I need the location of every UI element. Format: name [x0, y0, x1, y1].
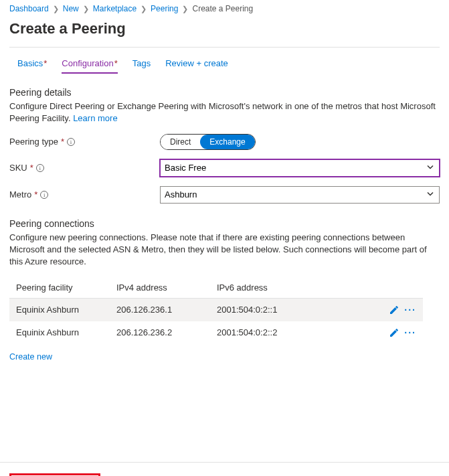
edit-icon[interactable] — [388, 327, 400, 339]
chevron-right-icon: ❯ — [141, 5, 147, 13]
breadcrumb-link[interactable]: New — [63, 4, 79, 13]
field-sku: SKU * i Basic Free — [9, 159, 440, 177]
breadcrumb-link[interactable]: Marketplace — [93, 4, 137, 13]
breadcrumb: Dashboard ❯ New ❯ Marketplace ❯ Peering … — [9, 3, 440, 16]
sku-label: SKU — [9, 163, 27, 173]
chevron-right-icon: ❯ — [182, 5, 188, 13]
more-icon[interactable]: ··· — [404, 328, 416, 337]
cell-ipv4: 206.126.236.1 — [110, 298, 210, 321]
info-icon[interactable]: i — [40, 191, 48, 199]
more-icon[interactable]: ··· — [404, 305, 416, 315]
col-facility: Peering facility — [9, 277, 110, 299]
metro-label: Metro — [9, 189, 31, 200]
required-indicator: * — [43, 58, 47, 68]
info-icon[interactable]: i — [67, 138, 75, 146]
tab-tags[interactable]: Tags — [132, 58, 151, 74]
col-ipv6: IPv6 address — [210, 277, 376, 299]
cell-ipv4: 206.126.236.2 — [110, 321, 210, 344]
breadcrumb-link[interactable]: Dashboard — [9, 4, 49, 13]
chevron-right-icon: ❯ — [53, 5, 59, 13]
cell-ipv6: 2001:504:0:2::2 — [210, 321, 376, 344]
required-indicator: * — [30, 163, 33, 173]
tab-configuration[interactable]: Configuration* — [62, 58, 117, 74]
cell-facility: Equinix Ashburn — [9, 298, 110, 321]
tab-label: Basics — [17, 58, 43, 68]
cell-facility: Equinix Ashburn — [9, 321, 110, 344]
table-row[interactable]: Equinix Ashburn 206.126.236.2 2001:504:0… — [9, 321, 423, 344]
field-metro: Metro * i Ashburn — [9, 186, 440, 204]
table-row[interactable]: Equinix Ashburn 206.126.236.1 2001:504:0… — [9, 298, 423, 321]
tab-review-create[interactable]: Review + create — [165, 58, 228, 74]
page-title: Create a Peering — [9, 20, 440, 37]
connections-table: Peering facility IPv4 address IPv6 addre… — [9, 277, 423, 344]
section-desc-connections: Configure new peering connections. Pleas… — [9, 232, 440, 268]
breadcrumb-current: Create a Peering — [192, 4, 253, 13]
metro-select[interactable]: Ashburn — [160, 186, 440, 204]
section-title-connections: Peering connections — [9, 218, 440, 229]
wizard-footer: Review + create < Previous Next : Tags > — [0, 462, 449, 476]
breadcrumb-link[interactable]: Peering — [151, 4, 178, 13]
section-title-details: Peering details — [9, 87, 440, 98]
field-peering-type: Peering type * i Direct Exchange — [9, 134, 440, 150]
learn-more-link[interactable]: Learn more — [73, 113, 117, 123]
section-desc-details: Configure Direct Peering or Exchange Pee… — [9, 100, 440, 125]
required-indicator: * — [61, 137, 64, 147]
required-indicator: * — [114, 58, 118, 68]
tab-bar: Basics* Configuration* Tags Review + cre… — [9, 48, 440, 74]
edit-icon[interactable] — [388, 304, 400, 316]
peering-type-toggle: Direct Exchange — [160, 134, 256, 150]
peering-type-label: Peering type — [9, 137, 58, 147]
info-icon[interactable]: i — [36, 164, 44, 172]
peering-type-exchange[interactable]: Exchange — [200, 135, 254, 149]
peering-type-direct[interactable]: Direct — [161, 135, 200, 149]
sku-select[interactable]: Basic Free — [160, 159, 440, 177]
cell-ipv6: 2001:504:0:2::1 — [210, 298, 376, 321]
tab-basics[interactable]: Basics* — [17, 58, 47, 74]
chevron-right-icon: ❯ — [83, 5, 89, 13]
required-indicator: * — [34, 189, 37, 200]
tab-label: Configuration — [62, 58, 113, 68]
sku-dropdown[interactable]: Basic Free — [160, 159, 440, 177]
col-ipv4: IPv4 address — [110, 277, 210, 299]
create-new-link[interactable]: Create new — [9, 352, 52, 362]
metro-dropdown[interactable]: Ashburn — [160, 186, 440, 204]
highlight-box: Review + create — [9, 473, 100, 476]
